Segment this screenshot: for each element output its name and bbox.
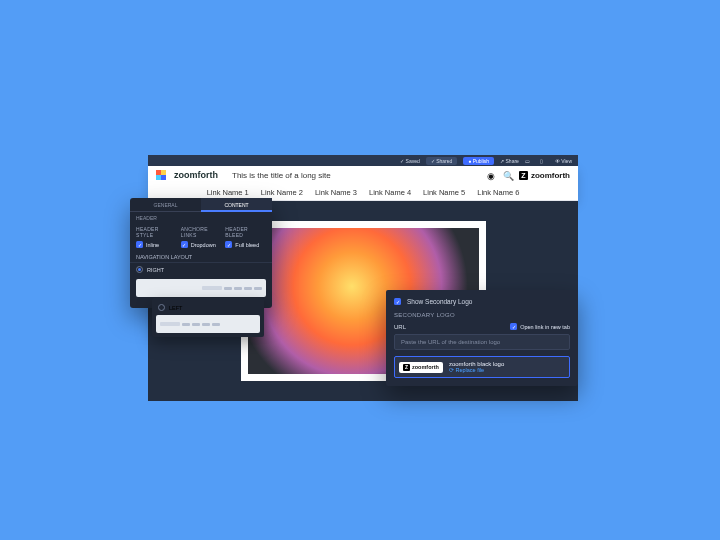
topbar-item[interactable]: ✓ Shared: [426, 157, 458, 165]
tab-general[interactable]: GENERAL: [130, 198, 201, 212]
inline-checkbox[interactable]: ✓Inline: [136, 241, 177, 248]
radio-icon: [136, 266, 143, 273]
topbar-item[interactable]: ↗ Share: [500, 158, 519, 164]
app-topbar: ✓ Saved ✓ Shared ● Publish ↗ Share ▭ ▯ 👁…: [148, 155, 578, 166]
style-panel: GENERAL CONTENT HEADER HEADER STYLE ✓Inl…: [130, 198, 272, 308]
col-head: HEADER BLEED: [225, 226, 266, 238]
col-head: HEADER STYLE: [136, 226, 177, 238]
logo-file-row[interactable]: Zzoomforth zoomforth black logo ⟳ Replac…: [394, 356, 570, 378]
secondary-logo[interactable]: Z zoomforth: [519, 171, 570, 180]
show-secondary-toggle[interactable]: ✓Show Secondary Logo: [394, 298, 570, 305]
secondary-logo-icon: Z: [519, 171, 528, 180]
nav-layout-head: NAVIGATION LAYOUT: [130, 250, 272, 262]
layout-left-option[interactable]: LEFT: [156, 302, 260, 315]
newtab-checkbox[interactable]: ✓Open link in new tab: [510, 323, 570, 330]
topbar-view[interactable]: 👁 View: [555, 158, 572, 164]
col-head: ANCHORE LINKS: [181, 226, 222, 238]
secondary-logo-head: SECONDARY LOGO: [394, 312, 570, 318]
mobile-icon[interactable]: ▯: [540, 158, 549, 164]
nav-link[interactable]: Link Name 2: [261, 188, 303, 197]
layout-preview-left: [156, 315, 260, 333]
site-header: zoomforth This is the title of a long si…: [148, 166, 578, 201]
layout-right-option[interactable]: RIGHT: [130, 262, 272, 276]
search-icon[interactable]: 🔍: [503, 171, 511, 179]
primary-logo-icon: [156, 170, 166, 180]
page-title: This is the title of a long site: [232, 171, 331, 180]
style-panel-continued: LEFT: [152, 298, 264, 337]
url-label: URL: [394, 324, 406, 330]
nav-link[interactable]: Link Name 4: [369, 188, 411, 197]
tab-content[interactable]: CONTENT: [201, 198, 272, 212]
nav-link[interactable]: Link Name 1: [207, 188, 249, 197]
dropdown-checkbox[interactable]: ✓Dropdown: [181, 241, 222, 248]
nav-link[interactable]: Link Name 3: [315, 188, 357, 197]
topbar-publish[interactable]: ● Publish: [463, 157, 494, 165]
panel-subhead: HEADER: [130, 212, 272, 222]
layout-preview-right: [136, 279, 266, 297]
url-input[interactable]: Paste the URL of the destination logo: [394, 334, 570, 350]
secondary-logo-panel: ✓Show Secondary Logo SECONDARY LOGO URL …: [386, 290, 578, 386]
file-thumb: Zzoomforth: [399, 362, 443, 373]
radio-icon: [158, 304, 165, 311]
nav-link[interactable]: Link Name 6: [477, 188, 519, 197]
primary-brand: zoomforth: [174, 170, 218, 180]
facebook-icon[interactable]: ◉: [487, 171, 495, 179]
fullbleed-checkbox[interactable]: ✓Full bleed: [225, 241, 266, 248]
topbar-item[interactable]: ✓ Saved: [400, 158, 420, 164]
nav-link[interactable]: Link Name 5: [423, 188, 465, 197]
replace-file-link[interactable]: ⟳ Replace file: [449, 367, 504, 373]
desktop-icon[interactable]: ▭: [525, 158, 534, 164]
